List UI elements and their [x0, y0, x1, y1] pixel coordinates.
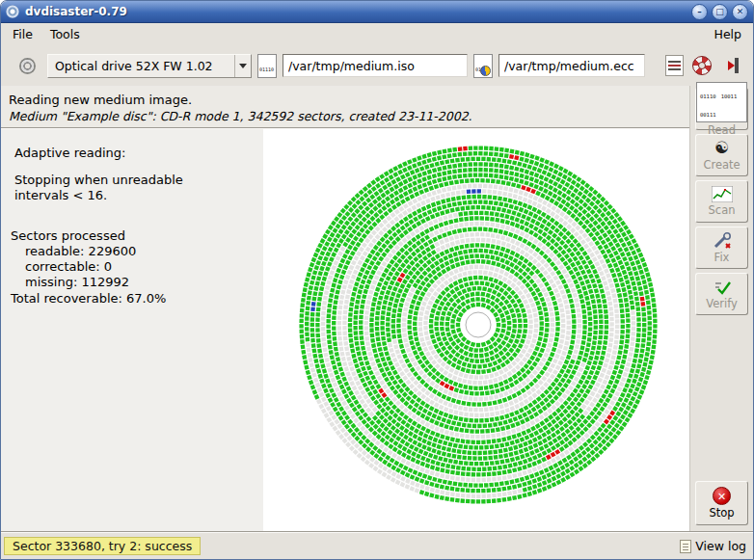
verify-check-icon — [713, 279, 732, 296]
adaptive-reading-title: Adaptive reading: — [14, 146, 263, 161]
chevron-down-icon — [234, 55, 251, 77]
menu-file[interactable]: File — [4, 24, 41, 44]
toolbar-right — [665, 55, 745, 76]
menu-help[interactable]: Help — [706, 24, 751, 44]
app-window: dvdisaster-0.79 – □ ✕ File Tools Help Op… — [0, 0, 754, 560]
status-bar: Sector 333680, try 2: success View log — [1, 531, 753, 559]
app-icon — [6, 5, 19, 18]
total-recoverable: Total recoverable: 67.0% — [11, 291, 263, 307]
create-button-label: Create — [703, 158, 740, 172]
cd-drive-icon — [19, 58, 36, 74]
sector-status-label: Sector 333680, try 2: success — [4, 537, 201, 555]
drive-select[interactable]: Optical drive 52X FW 1.02 — [47, 54, 252, 78]
binary-row: 01110 — [700, 93, 716, 99]
fix-button-label: Fix — [714, 251, 730, 264]
ecc-path-input[interactable] — [498, 54, 645, 77]
status-line-1: Reading new medium image. — [1, 86, 689, 109]
stopping-line-1: Stopping when unreadable — [14, 173, 263, 188]
verify-button-label: Verify — [706, 297, 738, 310]
main-area: Adaptive reading: Stopping when unreadab… — [1, 129, 689, 531]
maximize-button[interactable]: □ — [712, 4, 728, 20]
sectors-correctable: correctable: 0 — [25, 259, 263, 275]
scan-chart-icon — [712, 186, 733, 202]
menu-tools[interactable]: Tools — [41, 24, 89, 44]
quit-icon[interactable] — [720, 56, 741, 75]
status-line-2: Medium "Example disc": CD-R mode 1, 3425… — [1, 109, 689, 123]
stop-x-icon: ✕ — [713, 487, 731, 505]
read-binary-icon: 01110 10011 00111 — [696, 82, 747, 122]
binary-row: 01110 — [259, 67, 274, 72]
scan-button[interactable]: Scan — [695, 180, 748, 223]
drive-select-value: Optical drive 52X FW 1.02 — [48, 59, 234, 73]
disc-drawing-area — [263, 129, 689, 531]
help-lifesaver-icon[interactable] — [692, 56, 712, 75]
status-message-area: Reading new medium image. Medium "Exampl… — [1, 86, 689, 128]
yin-yang-icon: ☯ — [714, 139, 729, 157]
ecc-badge-icon — [480, 66, 491, 76]
view-log-button[interactable]: View log — [680, 537, 746, 555]
stop-button-label: Stop — [709, 506, 734, 520]
action-sidebar: 01110 10011 00111 Read ☯ Create Scan — [689, 86, 753, 531]
toolbar: Optical drive 52X FW 1.02 01110 10011 00… — [1, 45, 753, 86]
window-title: dvdisaster-0.79 — [25, 5, 687, 18]
title-bar: dvdisaster-0.79 – □ ✕ — [1, 1, 753, 23]
stop-button[interactable]: ✕ Stop — [695, 481, 748, 525]
sectors-missing: missing: 112992 — [25, 275, 263, 290]
preferences-icon[interactable] — [665, 55, 684, 76]
sectors-processed-title: Sectors processed — [11, 228, 263, 244]
ecc-file-icon: 01110 — [473, 54, 493, 78]
verify-button[interactable]: Verify — [695, 273, 748, 315]
scan-button-label: Scan — [709, 203, 736, 217]
drive-button[interactable] — [13, 51, 41, 80]
log-icon — [680, 540, 691, 553]
fix-tool-icon — [713, 232, 732, 250]
iso-path-input[interactable] — [283, 54, 468, 77]
create-button[interactable]: ☯ Create — [695, 134, 748, 176]
read-button[interactable]: 01110 10011 00111 Read — [695, 88, 748, 130]
binary-row: 10011 — [721, 93, 738, 99]
image-file-icon: 01110 10011 00111 — [257, 54, 277, 78]
stopping-line-2: intervals < 16. — [14, 188, 263, 203]
minimize-button[interactable]: – — [691, 4, 708, 20]
view-log-label: View log — [695, 539, 746, 553]
fix-button[interactable]: Fix — [695, 227, 748, 269]
reading-info-panel: Adaptive reading: Stopping when unreadab… — [1, 129, 263, 307]
disc-visualization — [285, 132, 671, 518]
menu-bar: File Tools Help — [1, 23, 753, 45]
binary-row: 00111 — [700, 112, 716, 118]
sectors-readable: readable: 229600 — [25, 244, 263, 259]
close-button[interactable]: ✕ — [732, 4, 748, 20]
